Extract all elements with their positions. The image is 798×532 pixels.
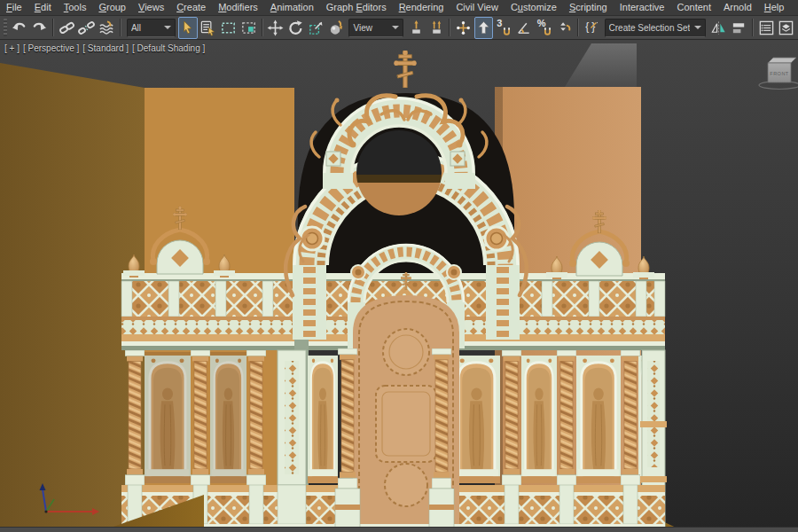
main-toolbar: All View 3 % {} — [0, 16, 798, 40]
named-selection-sets-placeholder: Create Selection Set — [609, 23, 691, 33]
menu-item-interactive[interactable]: Interactive — [614, 1, 671, 14]
spinner-snap-icon — [556, 20, 573, 36]
pivot-center-icon — [408, 20, 425, 36]
move-icon — [267, 20, 284, 36]
percent-snap-toggle-button[interactable]: % — [535, 17, 554, 39]
menu-bar: FileEditToolsGroupViewsCreateModifiersAn… — [0, 0, 798, 16]
viewport-pov-menu[interactable]: [ + ] — [4, 43, 20, 53]
window-crossing-toggle-button[interactable] — [239, 17, 258, 39]
named-selection-sets-dropdown[interactable]: Create Selection Set — [605, 19, 707, 37]
toolbar-separator — [752, 19, 754, 36]
place-icon — [328, 20, 345, 36]
align-button[interactable] — [729, 17, 748, 39]
toolbar-separator — [120, 19, 121, 36]
manipulate-icon — [455, 20, 472, 36]
mirror-icon — [710, 20, 727, 36]
toolbar-separator — [577, 19, 579, 36]
scale-icon — [308, 20, 325, 36]
viewport-bottom-edge — [0, 528, 798, 532]
edit-named-selection-sets-button[interactable]: {} — [582, 17, 601, 39]
toolbar-separator — [449, 19, 450, 36]
menu-item-help[interactable]: Help — [758, 1, 791, 14]
bind-to-space-warp-button[interactable] — [98, 17, 117, 39]
select-by-name-icon — [200, 20, 216, 36]
toolbar-separator — [52, 19, 54, 36]
toggle-scene-explorer-button[interactable] — [756, 17, 776, 39]
menu-item-scripting[interactable]: Scripting — [563, 1, 614, 14]
rotate-icon — [287, 20, 304, 36]
mirror-button[interactable] — [709, 17, 729, 39]
select-and-place-button[interactable] — [326, 17, 346, 39]
magnet-icon — [501, 27, 512, 38]
chevron-down-icon — [392, 26, 399, 29]
undo-icon — [11, 20, 27, 36]
link-icon — [59, 20, 75, 36]
undo-button[interactable] — [10, 17, 29, 39]
toolbar-drag-handle[interactable] — [4, 19, 7, 36]
viewport-shading-menu[interactable]: [ Default Shading ] — [132, 43, 205, 53]
keyboard-shortcut-override-button[interactable] — [474, 17, 494, 39]
menu-item-animation[interactable]: Animation — [264, 1, 320, 14]
angle-snap-icon — [515, 20, 532, 36]
snaps-toggle-button[interactable]: 3 — [494, 17, 513, 39]
unlink-icon — [78, 20, 95, 36]
menu-item-create[interactable]: Create — [170, 1, 212, 14]
menu-item-file[interactable]: File — [0, 1, 28, 14]
viewport-view-menu[interactable]: [ Perspective ] — [23, 43, 79, 53]
chevron-down-icon — [694, 26, 701, 29]
rectangular-selection-region-button[interactable] — [219, 17, 239, 39]
scene-explorer-icon — [758, 20, 775, 36]
chevron-down-icon — [164, 26, 171, 29]
menu-item-arnold[interactable]: Arnold — [717, 1, 758, 14]
select-cursor-icon — [179, 20, 196, 36]
menu-item-graph-editors[interactable]: Graph Editors — [320, 1, 393, 14]
angle-snap-toggle-button[interactable] — [514, 17, 534, 39]
3ds-max-window: FileEditToolsGroupViewsCreateModifiersAn… — [0, 0, 798, 532]
align-icon — [731, 20, 747, 36]
layer-explorer-icon — [778, 20, 794, 36]
reference-coordinate-system-dropdown[interactable]: View — [348, 19, 403, 37]
menu-item-modifiers[interactable]: Modifiers — [212, 1, 264, 14]
selection-center-icon — [428, 20, 445, 36]
menu-item-views[interactable]: Views — [132, 1, 170, 14]
pencil-icon — [589, 20, 599, 30]
menu-item-rendering[interactable]: Rendering — [393, 1, 450, 14]
redo-icon — [31, 20, 48, 36]
select-and-move-button[interactable] — [266, 17, 286, 39]
select-and-rotate-button[interactable] — [286, 17, 306, 39]
toggle-layer-explorer-button[interactable] — [777, 17, 796, 39]
selection-filter-dropdown[interactable]: All — [127, 19, 176, 37]
viewport-label: [ + ] [ Perspective ] [ Standard ] [ Def… — [4, 43, 205, 53]
viewcube-front-face[interactable]: FRONT — [770, 71, 789, 76]
selection-filter-value: All — [131, 23, 160, 33]
keyboard-override-icon — [475, 20, 492, 36]
select-and-manipulate-button[interactable] — [454, 17, 473, 39]
viewport-canvas[interactable]: FRONT — [0, 40, 798, 532]
menu-item-tools[interactable]: Tools — [58, 1, 93, 14]
menu-item-content[interactable]: Content — [670, 1, 717, 14]
menu-item-edit[interactable]: Edit — [28, 1, 58, 14]
space-warp-icon — [98, 20, 115, 36]
spinner-snap-toggle-button[interactable] — [555, 17, 575, 39]
unlink-selection-button[interactable] — [77, 17, 97, 39]
magnet-icon — [542, 27, 553, 38]
select-and-scale-button[interactable] — [306, 17, 325, 39]
coordinate-system-value: View — [353, 23, 387, 33]
selection-region-icon — [220, 20, 237, 36]
menu-item-civil-view[interactable]: Civil View — [450, 1, 504, 14]
use-pivot-point-center-button[interactable] — [406, 17, 426, 39]
redo-button[interactable] — [30, 17, 50, 39]
select-and-link-button[interactable] — [57, 17, 76, 39]
toolbar-separator — [262, 19, 263, 36]
viewport-bottom-edge-line — [0, 527, 798, 528]
use-selection-center-button[interactable] — [426, 17, 446, 39]
select-object-button[interactable] — [178, 17, 198, 39]
viewport-standard-menu[interactable]: [ Standard ] — [82, 43, 129, 53]
menu-item-group[interactable]: Group — [92, 1, 132, 14]
menu-item-customize[interactable]: Customize — [505, 1, 563, 14]
select-by-name-button[interactable] — [199, 17, 218, 39]
perspective-viewport[interactable]: [ + ] [ Perspective ] [ Standard ] [ Def… — [0, 40, 798, 532]
window-crossing-icon — [240, 20, 257, 36]
